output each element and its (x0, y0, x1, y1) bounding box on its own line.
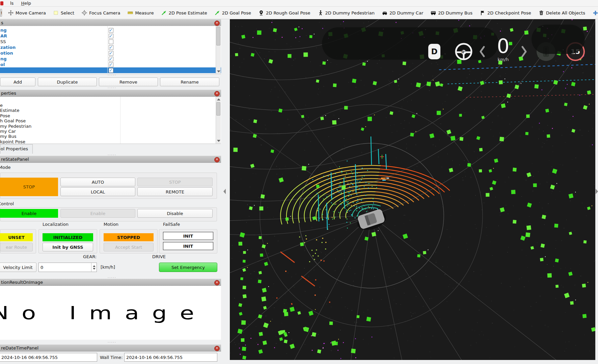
toolbar-label: 2D Dummy Bus (438, 10, 472, 16)
menu-item-fragment[interactable]: ls (9, 1, 14, 6)
tool-property-row[interactable]: my Car (0, 129, 108, 134)
tool-property-row[interactable]: my Pedestrian (0, 124, 108, 129)
display-enabled-checkbox[interactable] (109, 34, 113, 38)
add-button[interactable]: Add (0, 78, 35, 86)
wall-time-field[interactable] (124, 353, 217, 362)
datetime-panel-titlebar[interactable]: reDateTimePanel ✕ (0, 344, 221, 352)
collapse-right-panel-icon[interactable] (596, 189, 598, 194)
collapse-left-panel-icon[interactable] (223, 189, 226, 194)
toolbar-select[interactable]: Select (52, 9, 76, 17)
plus-icon (593, 10, 598, 16)
tool-properties-titlebar[interactable]: perties ✕ (0, 90, 221, 97)
splitter-handle[interactable]: ····· (106, 74, 118, 76)
gear-indicator: D (428, 44, 440, 59)
toolbar-measure[interactable]: Measure (126, 9, 155, 17)
mode-local-button[interactable]: LOCAL (60, 187, 135, 196)
failsafe-status-badge-2: INIT (163, 242, 213, 250)
display-row[interactable]: ng (0, 56, 221, 62)
toolbar-label: Focus Camera (89, 10, 120, 16)
mode-auto-button[interactable]: AUTO (60, 178, 135, 186)
display-row[interactable] (0, 67, 221, 73)
tool-property-row[interactable]: e (0, 103, 108, 108)
select-icon (53, 10, 59, 16)
scroll-down-icon[interactable] (217, 70, 220, 72)
display-name: zation (0, 45, 16, 50)
3d-viewport[interactable]: D 0° 0 km/h (230, 19, 595, 360)
mode-stop-active-button[interactable]: STOP (0, 178, 58, 196)
chevron-left-icon (479, 46, 485, 58)
toolbar-label: 2D Dummy Pedestrian (325, 10, 375, 16)
toolbar-2d-dummy-bus[interactable]: 2D Dummy Bus (429, 9, 474, 17)
display-enabled-checkbox[interactable] (109, 62, 113, 67)
display-enabled-checkbox[interactable] (109, 39, 113, 44)
toolbar-move-camera[interactable]: Move Camera (7, 9, 47, 17)
scrollbar-thumb[interactable] (216, 27, 220, 46)
rename-button[interactable]: Rename (160, 78, 219, 86)
display-enabled-checkbox[interactable] (109, 45, 113, 50)
accept-start-button: Accept Start (104, 243, 154, 251)
scroll-up-icon[interactable] (217, 98, 220, 100)
menu-item-help[interactable]: Help (20, 1, 32, 6)
control-enable-disabled-button: Enable (60, 209, 135, 218)
display-enabled-checkbox[interactable] (109, 28, 113, 33)
state-panel-titlebar[interactable]: reStatePanel ✕ (0, 156, 221, 163)
toolbar-2d-dummy-car[interactable]: 2D Dummy Car (381, 9, 425, 17)
display-name: otion (0, 51, 13, 56)
display-row[interactable]: AR (0, 33, 221, 39)
remove-button[interactable]: Remove (99, 78, 158, 86)
toolbar-2d-rough-goal-pose[interactable]: 2D Rough Goal Pose (257, 9, 312, 17)
splitter-handle[interactable]: ····· (106, 87, 118, 89)
toolbar-2d-checkpoint-pose[interactable]: 2D Checkpoint Pose (479, 9, 533, 17)
tool-property-row[interactable]: h Goal Pose (0, 118, 108, 123)
toolbar-2d-goal-pose[interactable]: 2D Goal Pose (213, 9, 252, 17)
close-icon[interactable]: ✕ (214, 346, 220, 351)
toolbar-delete-all-objects[interactable]: Delete All Objects (537, 9, 587, 17)
scrollbar-thumb[interactable] (216, 102, 220, 116)
duplicate-button[interactable]: Duplicate (38, 78, 97, 86)
toolbar-2d-pose-estimate[interactable]: 2D Pose Estimate (160, 9, 209, 17)
toolbar-plus-button[interactable] (591, 9, 598, 17)
car-icon (382, 10, 387, 16)
display-enabled-checkbox[interactable] (109, 57, 113, 61)
mode-remote-button[interactable]: REMOTE (137, 187, 213, 196)
close-icon[interactable]: ✕ (214, 157, 220, 162)
close-icon[interactable]: ✕ (214, 91, 220, 96)
image-panel-titlebar[interactable]: tionResultOnImage ✕ (0, 279, 221, 286)
close-icon[interactable]: ✕ (214, 280, 220, 285)
display-row[interactable]: SS (0, 39, 221, 44)
close-icon[interactable]: ✕ (214, 21, 220, 26)
control-disable-button[interactable]: Disable (137, 209, 213, 218)
velocity-limit-button[interactable]: Velocity Limit (0, 263, 36, 272)
3d-scene[interactable] (230, 19, 595, 360)
velocity-limit-input[interactable] (38, 263, 97, 272)
displays-scrollbar[interactable] (216, 26, 221, 74)
tool-properties-list[interactable]: eEstimatePoseh Goal Posemy Pedestrianmy … (0, 97, 221, 144)
tool-property-row[interactable]: Pose (0, 113, 108, 118)
tool-property-row[interactable]: Estimate (0, 108, 108, 113)
tool-properties-scrollbar[interactable] (216, 97, 221, 144)
init-by-gnss-button[interactable]: Init by GNSS (43, 243, 93, 251)
scroll-down-icon[interactable] (217, 140, 220, 142)
displays-list[interactable]: ngARSSzationotionngol (0, 26, 221, 74)
ros-time-field[interactable] (0, 353, 97, 362)
display-row[interactable]: ol (0, 62, 221, 67)
tab-tool-properties[interactable]: Tool Properties (0, 144, 33, 154)
toolbar-2d-dummy-pedestrian[interactable]: 2D Dummy Pedestrian (317, 9, 376, 17)
set-emergency-button[interactable]: Set Emergency (159, 263, 217, 272)
tool-property-row[interactable]: my Bus (0, 134, 108, 139)
tool-property-row[interactable]: kpoint Pose (0, 139, 108, 144)
display-enabled-checkbox[interactable] (109, 51, 113, 56)
gear-label: GEAR: (83, 254, 97, 259)
display-row[interactable]: ng (0, 27, 221, 33)
display-enabled-checkbox[interactable] (109, 68, 113, 73)
toolbar-focus-camera[interactable]: Focus Camera (80, 9, 121, 17)
control-label: Control (0, 201, 14, 206)
control-enable-active-button[interactable]: Enable (0, 209, 58, 218)
display-row[interactable]: zation (0, 44, 221, 50)
velocity-spinner[interactable] (91, 263, 97, 272)
displays-panel-titlebar[interactable]: s ✕ (0, 19, 221, 26)
localization-status-badge: INITIALIZED (43, 233, 93, 241)
toolbar-t[interactable]: t (0, 9, 2, 17)
splitter-handle[interactable]: ····· (106, 342, 118, 343)
display-row[interactable]: otion (0, 50, 221, 56)
